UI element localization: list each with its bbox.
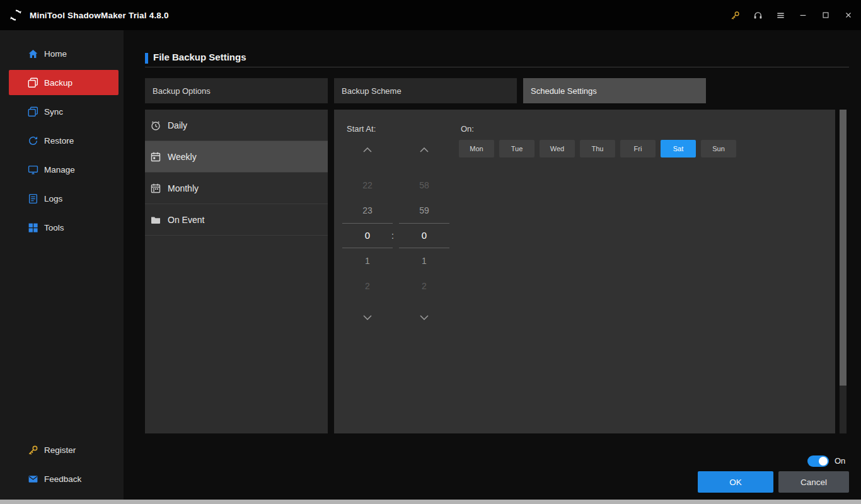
- monthly-calendar-icon: [150, 183, 161, 194]
- minute-value[interactable]: 2: [399, 273, 449, 299]
- tab-label: Backup Options: [153, 86, 211, 96]
- day-button-sat[interactable]: Sat: [661, 140, 696, 158]
- backup-icon: [28, 77, 38, 88]
- hour-value[interactable]: 1: [342, 248, 393, 273]
- mode-item-daily[interactable]: Daily: [145, 110, 328, 141]
- sidebar-item-register[interactable]: Register: [9, 437, 118, 462]
- day-button-mon[interactable]: Mon: [459, 140, 494, 158]
- menu-icon[interactable]: [769, 0, 792, 30]
- sidebar-item-label: Restore: [44, 136, 74, 146]
- tab-label: Backup Scheme: [342, 86, 402, 96]
- sidebar-item-label: Logs: [44, 194, 62, 203]
- minute-down-button[interactable]: [399, 311, 449, 324]
- hour-up-button[interactable]: [342, 144, 393, 156]
- sidebar-item-manage[interactable]: Manage: [9, 157, 118, 182]
- sidebar-item-tools[interactable]: Tools: [9, 215, 118, 240]
- toggle-knob: [819, 457, 828, 466]
- sidebar-item-label: Backup: [44, 78, 72, 88]
- day-button-sun[interactable]: Sun: [701, 140, 736, 158]
- hour-spinner: 22 23 0 1 2: [342, 144, 393, 324]
- minute-spinner: 58 59 0 1 2: [399, 144, 449, 324]
- key-icon: [28, 445, 38, 455]
- app-window: MiniTool ShadowMaker Trial 4.8.0: [0, 0, 861, 504]
- mode-label: Weekly: [168, 152, 197, 162]
- alarm-clock-icon: [150, 120, 161, 131]
- sidebar-item-logs[interactable]: Logs: [9, 186, 118, 211]
- mode-label: On Event: [168, 215, 204, 225]
- minute-value-selected[interactable]: 0: [399, 223, 449, 248]
- page-title-accent: [145, 53, 148, 64]
- tab-backup-scheme[interactable]: Backup Scheme: [334, 78, 517, 103]
- day-button-wed[interactable]: Wed: [540, 140, 575, 158]
- sidebar-item-label: Manage: [44, 165, 75, 175]
- day-button-tue[interactable]: Tue: [499, 140, 535, 158]
- minimize-button[interactable]: [792, 0, 814, 30]
- support-headset-icon[interactable]: [746, 0, 769, 30]
- tab-backup-options[interactable]: Backup Options: [145, 78, 328, 103]
- folder-icon: [150, 214, 161, 226]
- minute-value[interactable]: 59: [399, 198, 449, 223]
- sidebar-item-label: Feedback: [44, 474, 81, 484]
- vertical-scrollbar-thumb[interactable]: [840, 110, 847, 386]
- weekly-calendar-icon: [150, 151, 161, 163]
- toggle-state-label: On: [835, 456, 845, 466]
- day-selector: Mon Tue Wed Thu Fri Sat Sun: [459, 140, 736, 158]
- home-icon: [28, 49, 38, 59]
- schedule-toggle[interactable]: [807, 455, 829, 467]
- hour-down-button[interactable]: [342, 311, 393, 324]
- logs-icon: [28, 193, 38, 204]
- hour-value[interactable]: 23: [342, 198, 393, 223]
- weekly-schedule-panel: Start At: 22 23 0 1 2 : 58: [334, 110, 835, 433]
- mode-item-on-event[interactable]: On Event: [145, 204, 328, 236]
- sidebar-item-label: Home: [44, 49, 67, 59]
- close-button[interactable]: [837, 0, 860, 30]
- page-title: File Backup Settings: [153, 52, 246, 62]
- header-divider: [145, 67, 849, 67]
- mode-label: Monthly: [168, 183, 199, 193]
- sidebar-item-backup[interactable]: Backup: [9, 70, 118, 95]
- sidebar-item-feedback[interactable]: Feedback: [9, 466, 118, 491]
- sidebar-item-sync[interactable]: Sync: [9, 99, 118, 124]
- manage-icon: [28, 164, 38, 175]
- tab-label: Schedule Settings: [531, 86, 597, 96]
- hour-value-selected[interactable]: 0: [342, 223, 393, 248]
- app-logo-icon: [8, 8, 23, 23]
- mode-label: Daily: [168, 120, 187, 130]
- titlebar: MiniTool ShadowMaker Trial 4.8.0: [0, 0, 861, 30]
- hour-value[interactable]: 22: [342, 173, 393, 198]
- window-bottom-edge: [0, 500, 861, 504]
- sidebar-item-label: Sync: [44, 107, 63, 117]
- day-button-thu[interactable]: Thu: [580, 140, 615, 158]
- sync-icon: [28, 106, 38, 117]
- license-key-icon[interactable]: [724, 0, 746, 30]
- hour-value[interactable]: 2: [342, 273, 393, 299]
- tools-icon: [28, 222, 38, 233]
- start-at-label: Start At:: [347, 124, 376, 134]
- ok-button[interactable]: OK: [698, 471, 773, 493]
- maximize-button[interactable]: [814, 0, 837, 30]
- mode-item-weekly[interactable]: Weekly: [145, 141, 328, 173]
- mail-icon: [28, 474, 38, 484]
- restore-icon: [28, 135, 38, 146]
- sidebar-item-label: Register: [44, 445, 76, 455]
- schedule-mode-list: Daily Weekly Monthly: [145, 110, 328, 433]
- on-days-label: On:: [461, 124, 474, 134]
- cancel-button[interactable]: Cancel: [778, 471, 849, 493]
- window-title: MiniTool ShadowMaker Trial 4.8.0: [30, 11, 169, 20]
- minute-value[interactable]: 58: [399, 173, 449, 198]
- minute-up-button[interactable]: [399, 144, 449, 156]
- sidebar-item-label: Tools: [44, 223, 64, 232]
- minute-value[interactable]: 1: [399, 248, 449, 273]
- mode-item-monthly[interactable]: Monthly: [145, 173, 328, 204]
- sidebar-item-home[interactable]: Home: [9, 41, 118, 66]
- sidebar-item-restore[interactable]: Restore: [9, 128, 118, 153]
- day-button-fri[interactable]: Fri: [620, 140, 656, 158]
- vertical-scrollbar-track[interactable]: [840, 110, 847, 433]
- sidebar: Home Backup Sync: [0, 30, 127, 504]
- titlebar-actions: [724, 0, 860, 30]
- tab-schedule-settings[interactable]: Schedule Settings: [523, 78, 706, 103]
- time-separator: :: [390, 223, 396, 248]
